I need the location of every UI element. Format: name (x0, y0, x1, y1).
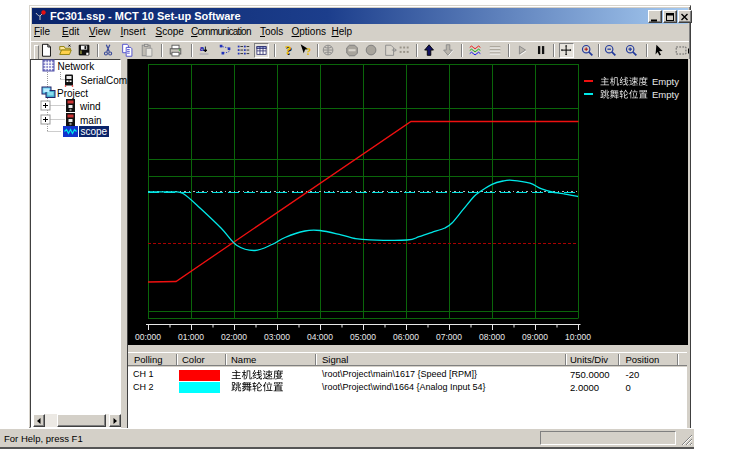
svg-text:05:000: 05:000 (350, 332, 376, 342)
svg-text:08:000: 08:000 (479, 332, 505, 342)
svg-text:07:000: 07:000 (436, 332, 462, 342)
svg-text:Empty: Empty (652, 89, 679, 100)
svg-text:01:000: 01:000 (178, 332, 204, 342)
svg-text:10:000: 10:000 (565, 332, 591, 342)
svg-text:?: ? (306, 46, 311, 57)
svg-text:00:000: 00:000 (135, 332, 161, 342)
svg-text:02:000: 02:000 (221, 332, 247, 342)
svg-text:03:000: 03:000 (264, 332, 290, 342)
svg-text:Empty: Empty (652, 76, 679, 87)
svg-text:09:000: 09:000 (522, 332, 548, 342)
svg-text:?: ? (285, 43, 292, 57)
svg-text:a: a (200, 43, 205, 52)
svg-text:04:000: 04:000 (307, 332, 333, 342)
svg-text:06:000: 06:000 (393, 332, 419, 342)
